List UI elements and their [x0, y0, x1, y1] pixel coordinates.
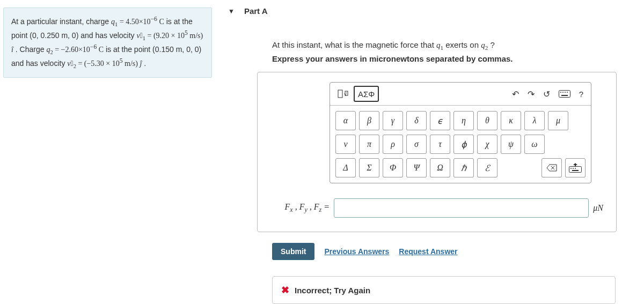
greek-row-3: ΔΣΦΨΩℏℰ: [335, 158, 586, 177]
greek-key-β[interactable]: β: [359, 111, 379, 130]
greek-key-ℰ[interactable]: ℰ: [477, 158, 497, 177]
answer-instruction: Express your answers in micronewtons sep…: [272, 54, 639, 63]
feedback-text: Incorrect; Try Again: [295, 286, 370, 295]
problem-statement: At a particular instant, charge q1 = 4.5…: [3, 8, 212, 78]
answer-variable-label: Fx , Fy , Fz =: [270, 202, 330, 214]
greek-key-ρ[interactable]: ρ: [383, 135, 403, 154]
greek-key-α[interactable]: α: [335, 111, 356, 130]
greek-key-γ[interactable]: γ: [383, 111, 403, 130]
keyboard-button[interactable]: [555, 86, 574, 102]
greek-symbol-pad: αβγδϵηθκλμ νπρστϕχψω ΔΣΦΨΩℏℰ: [330, 106, 591, 183]
greek-key-λ[interactable]: λ: [524, 111, 545, 130]
greek-key-ψ[interactable]: ψ: [501, 135, 521, 154]
greek-key-Σ[interactable]: Σ: [359, 158, 379, 177]
collapse-chevron-icon[interactable]: ▼: [228, 8, 235, 15]
svg-point-6: [565, 92, 566, 93]
incorrect-icon: ✖: [281, 284, 289, 296]
greek-key-ϕ[interactable]: ϕ: [453, 135, 474, 154]
greek-palette-button[interactable]: ΑΣΦ: [354, 86, 379, 102]
greek-key-η[interactable]: η: [453, 111, 474, 130]
feedback-box: ✖ Incorrect; Try Again: [272, 276, 616, 304]
greek-key-χ[interactable]: χ: [477, 135, 497, 154]
submit-button[interactable]: Submit: [272, 243, 314, 260]
svg-rect-12: [569, 167, 582, 173]
greek-key-ω[interactable]: ω: [524, 135, 545, 154]
help-button[interactable]: ?: [576, 86, 587, 102]
svg-rect-16: [572, 170, 579, 171]
answer-input[interactable]: [334, 198, 589, 218]
previous-answers-link[interactable]: Previous Answers: [324, 247, 389, 256]
svg-point-4: [560, 92, 561, 93]
svg-point-7: [567, 92, 568, 93]
greek-row-2: νπρστϕχψω: [335, 135, 586, 154]
svg-marker-11: [573, 163, 577, 166]
reset-button[interactable]: ↺: [540, 86, 553, 102]
problem-text: At a particular instant, charge q1 = 4.5…: [11, 17, 203, 68]
greek-key-τ[interactable]: τ: [430, 135, 450, 154]
greek-key-κ[interactable]: κ: [501, 111, 521, 130]
request-answer-link[interactable]: Request Answer: [399, 247, 457, 256]
answer-area: √ ΑΣΦ ↶ ↷ ↺ ? αβγδϵηθκλμ νπρστϕχψω ΔΣΦΨΩ…: [257, 72, 617, 232]
svg-point-13: [570, 168, 572, 169]
svg-rect-0: [338, 90, 342, 98]
greek-key-μ[interactable]: μ: [548, 111, 568, 130]
redo-button[interactable]: ↷: [524, 86, 538, 102]
greek-key-σ[interactable]: σ: [406, 135, 427, 154]
greek-key-ϵ[interactable]: ϵ: [430, 111, 450, 130]
greek-key-ν[interactable]: ν: [335, 135, 356, 154]
part-header[interactable]: ▼ Part A: [228, 2, 639, 24]
undo-button[interactable]: ↶: [509, 86, 522, 102]
template-palette-button[interactable]: √: [334, 86, 352, 102]
special-keyboard-key[interactable]: [565, 158, 586, 177]
equation-toolbar: √ ΑΣΦ ↶ ↷ ↺ ? αβγδϵηθκλμ νπρστϕχψω ΔΣΦΨΩ…: [330, 82, 591, 183]
greek-key-Ψ[interactable]: Ψ: [406, 158, 427, 177]
greek-key-δ[interactable]: δ: [406, 111, 427, 130]
svg-point-15: [575, 168, 576, 169]
question-prompt: At this instant, what is the magnetic fo…: [272, 40, 639, 51]
svg-rect-8: [561, 95, 568, 96]
greek-key-Δ[interactable]: Δ: [335, 158, 356, 177]
svg-text:√: √: [344, 91, 347, 97]
svg-point-5: [562, 92, 564, 93]
svg-point-14: [573, 168, 574, 169]
greek-row-1: αβγδϵηθκλμ: [335, 111, 586, 130]
greek-key-Φ[interactable]: Φ: [383, 158, 403, 177]
greek-key-Ω[interactable]: Ω: [430, 158, 450, 177]
answer-unit: μN: [593, 203, 603, 213]
svg-rect-3: [559, 91, 570, 98]
backspace-key[interactable]: [541, 158, 562, 177]
greek-key-θ[interactable]: θ: [477, 111, 497, 130]
greek-key-ℏ[interactable]: ℏ: [453, 158, 474, 177]
part-title: Part A: [244, 6, 268, 16]
greek-key-π[interactable]: π: [359, 135, 379, 154]
